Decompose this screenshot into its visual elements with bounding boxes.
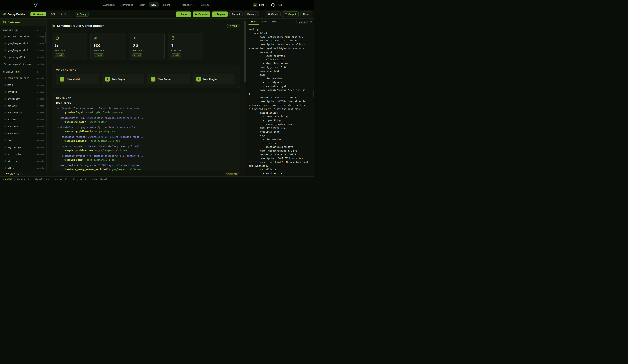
route-entry[interactable]: ├─ ((domain("law") OR keyword("legal_ris… xyxy=(56,107,235,114)
route-entry[interactable]: ├─ user_feedback("wrong_answer") AND key… xyxy=(56,164,235,171)
signal-list-item[interactable]: philosophy domain xyxy=(0,151,46,158)
compile-button[interactable]: ▶ Compile xyxy=(193,11,210,17)
chevron-down-icon[interactable]: ⌄ xyxy=(40,29,44,32)
route-name-link[interactable]: "feedback_wrong_answer_verified" xyxy=(64,168,108,171)
model-list-item[interactable]: openai/gpt5.4 catalog xyxy=(0,54,46,61)
add-model-button[interactable]: + xyxy=(36,29,39,32)
signal-list-item[interactable]: chemistry domain xyxy=(0,95,46,102)
tab-crd[interactable]: CRD xyxy=(260,19,269,25)
signal-list-item[interactable]: math domain xyxy=(0,81,46,88)
route-model-link[interactable]: google/gemini-3.1-pro xyxy=(87,158,116,161)
route-name-link[interactable]: "complex_stem" xyxy=(64,158,83,161)
signal-list-item[interactable]: physics domain xyxy=(0,88,46,95)
brand-logo[interactable] xyxy=(33,2,38,7)
signal-list-item[interactable]: health domain xyxy=(0,116,46,123)
route-condition[interactable]: domain("philosophy") AND (((projection("… xyxy=(60,126,143,129)
route-name-link[interactable]: "premium_legal" xyxy=(64,111,84,114)
quick-action-button[interactable]: + New Plugin xyxy=(193,74,236,84)
workspace: Dashboard MODELS 5 + ⌄ xyxy=(0,19,314,177)
sidebar-scrollbar[interactable] xyxy=(45,32,46,43)
signal-list-item[interactable]: business domain xyxy=(0,123,46,130)
signal-list-item[interactable]: psychology domain xyxy=(0,144,46,151)
route-entry[interactable]: ├─ (embedding("agentic_workflows") OR ke… xyxy=(56,135,235,143)
route-model-link[interactable]: anthropic/claude-opus-4.6 xyxy=(88,111,123,114)
route-model-link[interactable]: google/gemini-3.1-pro xyxy=(91,140,120,142)
validation-bar[interactable]: ✓ VALIDATION 89 warnings ⌃ xyxy=(0,171,246,177)
copy-button[interactable]: Copy xyxy=(296,20,308,24)
signal-list-item[interactable]: history domain xyxy=(0,158,46,165)
stat-card-plugins[interactable]: 1 PLUGINS ✓ valid xyxy=(168,33,203,60)
route-condition[interactable]: ((domain("law") OR keyword("legal_risk_m… xyxy=(60,107,143,110)
reset-button[interactable]: Reset xyxy=(300,11,312,17)
route-condition[interactable]: domain("math") AND ((projection("balance… xyxy=(60,117,143,119)
quick-action-button[interactable]: + New Route xyxy=(147,74,190,84)
models-list: anthropic/claude… catalog google xyxy=(0,33,46,68)
stat-card-models[interactable]: 5 MODELS ✓ valid xyxy=(52,33,87,60)
signal-list-item[interactable]: computer science domain xyxy=(0,74,46,81)
route-model-link[interactable]: google/gemini-3.1-pro xyxy=(111,168,141,171)
route-condition[interactable]: (embedding("agentic_workflows") OR keywo… xyxy=(60,136,143,138)
signal-list-item[interactable]: law domain xyxy=(0,137,46,144)
nav-menu-system[interactable]: System ⌄ xyxy=(198,2,214,7)
model-list-item[interactable]: google/gemini-3.… catalog xyxy=(0,47,46,54)
route-model-link[interactable]: google/gemini-3.1-pro xyxy=(98,149,127,152)
output-panel-tabs: YAML CRD DSL Copy × xyxy=(246,19,314,25)
validate-button[interactable]: Validate xyxy=(244,11,258,17)
yaml-scrollbar[interactable] xyxy=(313,90,314,97)
nav-item-dsl[interactable]: DSL xyxy=(149,2,159,7)
route-target-line: ↳ "complex_stem"→google/gemini-3.1-pro xyxy=(56,158,235,162)
chevron-down-icon[interactable]: ⌄ xyxy=(40,71,44,73)
import-button[interactable]: ↓ Import xyxy=(176,11,191,17)
github-icon[interactable] xyxy=(271,3,275,7)
signal-list-item[interactable]: biology domain xyxy=(0,102,46,109)
quick-action-button[interactable]: + New Signal xyxy=(102,74,145,84)
quick-action-button[interactable]: + New Model xyxy=(56,74,99,84)
bar-chart-icon xyxy=(4,146,6,148)
route-condition[interactable]: (((domain("physics") OR domain("chemistr… xyxy=(60,154,143,157)
route-name-link[interactable]: "reasoning_philosophy" xyxy=(64,130,94,133)
stat-card-signals[interactable]: 83 SIGNALS ✓ valid xyxy=(90,33,126,60)
deploy-button[interactable]: ↑ Deploy xyxy=(212,11,228,17)
signal-list-item[interactable]: engineering domain xyxy=(0,109,46,116)
route-name-link[interactable]: "complex_agentic" xyxy=(64,140,87,142)
route-model-link[interactable]: openai/gpt5.4 xyxy=(98,130,116,133)
nav-menu-manager[interactable]: Manager ⌄ xyxy=(179,2,197,7)
route-name-link[interactable]: "reasoning_math" xyxy=(64,121,86,123)
close-icon[interactable]: × xyxy=(310,20,312,23)
route-entry[interactable]: ├─ (((domain("physics") OR domain("chemi… xyxy=(56,154,235,162)
model-list-item[interactable]: google/gemini-2.… catalog xyxy=(0,40,46,47)
device-monitor-icon[interactable] xyxy=(278,3,282,7)
guide-button[interactable]: ▤ Guide xyxy=(265,11,281,17)
mode-visual-button[interactable]: Visual xyxy=(30,12,46,16)
model-list-item[interactable]: anthropic/claude… catalog xyxy=(0,33,46,40)
warnings-badge[interactable]: 89 warnings xyxy=(225,172,239,175)
route-condition[interactable]: user_feedback("wrong_answer") AND keywor… xyxy=(60,164,143,167)
tab-dsl[interactable]: DSL xyxy=(270,19,279,25)
tab-yaml[interactable]: YAML xyxy=(248,19,259,25)
nav-item-dashboard[interactable]: Dashboard xyxy=(100,2,117,7)
chevron-up-icon[interactable]: ⌃ xyxy=(241,172,243,175)
output-button[interactable]: ◫ Output xyxy=(282,11,299,17)
model-list-item[interactable]: qwen/qwen3.5-rocm catalog xyxy=(0,61,46,68)
mode-nl-button[interactable]: ≋ NL xyxy=(58,12,69,16)
route-entry[interactable]: ├─ domain("philosophy") AND (((projectio… xyxy=(56,126,235,133)
nav-item-brain[interactable]: Brain xyxy=(137,2,148,7)
format-button[interactable]: Format xyxy=(229,11,243,17)
route-entry[interactable]: ├─ domain("math") AND ((projection("bala… xyxy=(56,116,235,124)
sidebar-item-dashboard[interactable]: Dashboard xyxy=(0,19,46,26)
route-name-link[interactable]: "complex_architecture" xyxy=(64,149,94,152)
signal-list-item[interactable]: other domain xyxy=(0,165,46,171)
route-condition[interactable]: (domain("computer science") OR domain("e… xyxy=(60,145,143,148)
signal-list-item[interactable]: economics domain xyxy=(0,130,46,137)
account-menu[interactable]: co core ⌄ xyxy=(253,2,267,7)
yaml-code-view[interactable]: routing: modelCards: - name: anthropic/c… xyxy=(246,25,314,177)
nav-item-playground[interactable]: Playground xyxy=(118,2,136,7)
nav-item-insight[interactable]: Insight xyxy=(160,2,172,7)
add-signal-button[interactable]: + xyxy=(36,71,39,73)
stat-card-routes[interactable]: 23 ROUTES ✓ valid xyxy=(129,33,164,60)
waves-icon: ≋ xyxy=(61,13,62,15)
main-scrollbar[interactable] xyxy=(244,20,245,82)
mode-dsl-button[interactable]: ≡ DSL xyxy=(46,12,58,16)
route-entry[interactable]: ├─ (domain("computer science") OR domain… xyxy=(56,145,235,152)
route-model-link[interactable]: openai/gpt5.4 xyxy=(89,121,107,123)
